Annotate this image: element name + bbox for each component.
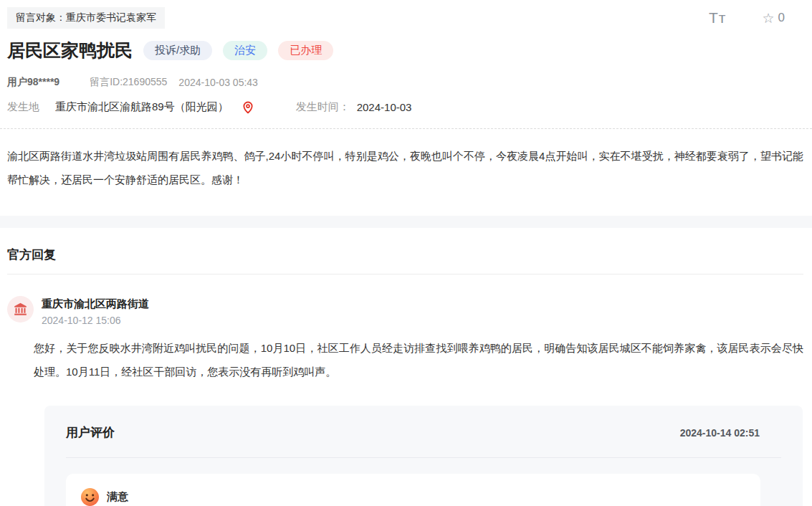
favorite-count: 0 <box>778 11 785 25</box>
favorite-button[interactable]: ☆ 0 <box>762 10 785 27</box>
section-separator <box>0 216 812 228</box>
evaluation-heading: 用户评价 <box>66 424 115 441</box>
font-size-icon[interactable]: Tт <box>709 9 726 27</box>
message-detail-page: 留言对象：重庆市委书记袁家军 Tт ☆ 0 居民区家鸭扰民 投诉/求助 治安 已… <box>0 0 812 506</box>
reply-org-name: 重庆市渝北区两路街道 <box>42 296 149 311</box>
location-pin-icon[interactable] <box>242 101 254 114</box>
smiley-face-icon <box>80 487 100 506</box>
tag-complaint-type: 投诉/求助 <box>143 41 212 60</box>
message-id: 留言ID:21690555 <box>90 76 167 89</box>
government-building-icon <box>7 296 34 323</box>
star-icon: ☆ <box>762 10 774 27</box>
author-name: 用户98****9 <box>7 76 59 89</box>
reply-timestamp: 2024-10-12 15:06 <box>42 315 149 326</box>
location-label: 发生地 <box>7 100 39 114</box>
post-timestamp: 2024-10-03 05:43 <box>178 77 258 88</box>
reply-content: 您好，关于您反映水井湾附近鸡叫扰民的问题，10月10日，社区工作人员经走访排查找… <box>34 336 803 383</box>
occur-time-label: 发生时间： <box>296 100 350 114</box>
evaluation-timestamp: 2024-10-14 02:51 <box>680 427 760 439</box>
tag-domain: 治安 <box>223 41 267 60</box>
location-value: 重庆市渝北区渝航路89号（阳光园） <box>55 100 229 114</box>
reply-divider <box>7 274 803 275</box>
message-target-tag: 留言对象：重庆市委书记袁家军 <box>7 7 165 29</box>
page-title: 居民区家鸭扰民 <box>7 39 133 62</box>
status-badge: 已办理 <box>278 41 333 60</box>
official-reply-heading: 官方回复 <box>7 228 803 263</box>
message-body: 渝北区两路街道水井湾垃圾站周围有居民养鸡鸭、鸽子,24小时不停叫，特别是鸡公，夜… <box>0 129 812 191</box>
satisfaction-verdict: 满意 <box>107 490 128 504</box>
evaluation-divider <box>66 457 781 458</box>
occur-time-value: 2024-10-03 <box>357 101 412 113</box>
official-reply-section: 官方回复 重庆市渝北区两路街道 2024-10-12 15:06 您好，关于您反… <box>0 228 812 383</box>
evaluation-result-panel: 满意 解决力度： ★★★★★ 沟通态度： ★★★★★ 办理时效： ★★★★★ <box>66 474 760 506</box>
user-evaluation-card: 用户评价 2024-10-14 02:51 <box>44 406 803 506</box>
